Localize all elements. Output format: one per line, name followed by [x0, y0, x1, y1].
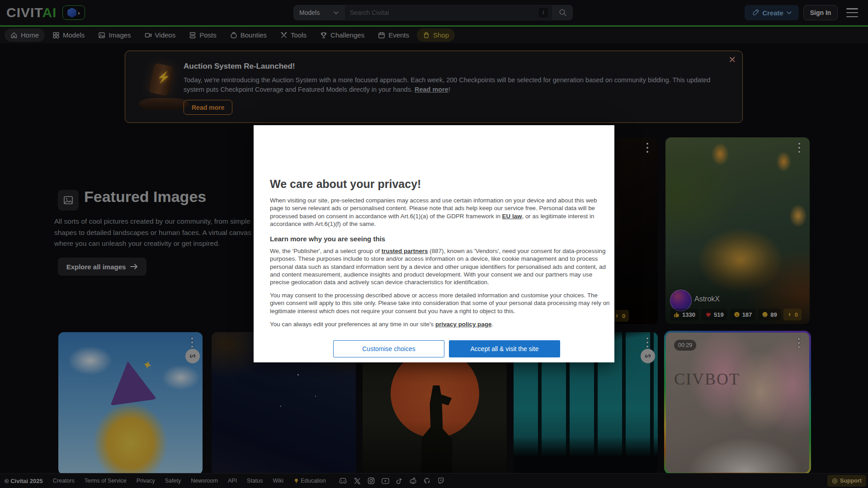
privacy-consent-dialog: We care about your privacy! When visitin…: [254, 125, 614, 362]
paragraph-text: We, the 'Publisher', and a select group …: [270, 248, 382, 254]
paragraph-text: .: [491, 321, 493, 328]
dialog-subheading: Learn more why you are seeing this: [270, 235, 385, 243]
privacy-policy-link[interactable]: privacy policy page: [435, 321, 491, 328]
trusted-partners-link[interactable]: trusted partners: [382, 248, 428, 254]
civitai-home-page: CIVITAI › Models / Create Sign In: [0, 0, 868, 488]
customise-choices-button[interactable]: Customise choices: [333, 340, 444, 357]
dialog-paragraph-4: You can always edit your preferences at …: [270, 320, 610, 328]
eu-law-link[interactable]: EU law: [502, 213, 522, 220]
dialog-paragraph-1: When visiting our site, pre-selected com…: [270, 197, 610, 228]
dialog-paragraph-3: You may consent to the processing descri…: [270, 291, 610, 315]
dialog-paragraph-2: We, the 'Publisher', and a select group …: [270, 247, 610, 286]
accept-all-button[interactable]: Accept all & visit the site: [449, 340, 560, 357]
dialog-title: We care about your privacy!: [270, 178, 421, 191]
paragraph-text: You can always edit your preferences at …: [270, 321, 435, 328]
